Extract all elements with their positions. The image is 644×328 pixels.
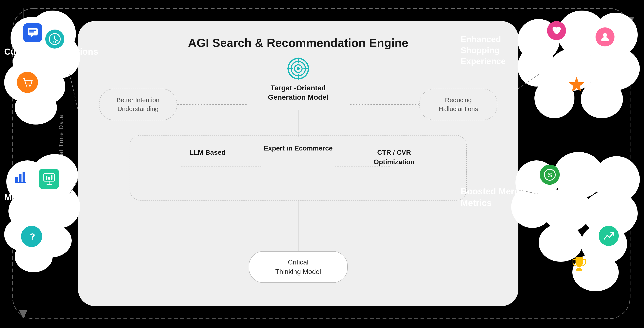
trophy-icon xyxy=(569,253,589,273)
svg-rect-21 xyxy=(29,30,36,31)
cart-icon xyxy=(17,72,38,93)
svg-rect-31 xyxy=(19,174,22,182)
target-icon xyxy=(286,57,310,80)
svg-marker-23 xyxy=(30,36,33,38)
svg-marker-42 xyxy=(569,77,584,92)
ctr-cvr: CTR / CVR Optimization xyxy=(357,148,431,167)
svg-rect-22 xyxy=(29,32,34,33)
shopping-experience-label: Enhanced Shopping Experience xyxy=(461,34,541,67)
star-icon xyxy=(566,74,587,95)
boosted-merchant-label: Boosted Merchant Metrics xyxy=(461,186,541,209)
chart-icon xyxy=(12,167,30,186)
intention-box: Better Intention Understanding xyxy=(99,89,177,120)
cloud-blob-7 xyxy=(15,91,57,124)
expert-ecommerce: Expert in Ecommerce xyxy=(258,143,338,153)
agi-engine-box: AGI Search & Recommendation Engine Bette… xyxy=(78,21,518,306)
svg-rect-30 xyxy=(16,177,18,182)
clock24-icon: 24 xyxy=(45,30,64,49)
llm-based: LLM Based xyxy=(176,148,239,157)
critical-thinking-box: Critical Thinking Model xyxy=(249,251,348,283)
customer-interactions-label: Customer Interactions xyxy=(4,46,98,57)
chat-icon xyxy=(23,23,42,42)
svg-rect-39 xyxy=(51,175,52,180)
svg-text:?: ? xyxy=(30,232,35,241)
dollar-circle-icon: $ xyxy=(540,165,560,185)
svg-rect-38 xyxy=(48,177,50,180)
agi-title: AGI Search & Recommendation Engine xyxy=(78,36,518,50)
svg-point-29 xyxy=(29,85,31,87)
heart-icon xyxy=(547,21,566,40)
svg-point-41 xyxy=(603,33,607,37)
svg-rect-32 xyxy=(22,172,25,182)
svg-point-8 xyxy=(297,67,300,70)
svg-text:$: $ xyxy=(548,171,552,179)
hallucinations-box: Reducing Halluclantions xyxy=(419,89,497,120)
question-icon: ? xyxy=(21,226,42,247)
merchant-data-label: Merchant Data xyxy=(4,192,65,203)
svg-rect-46 xyxy=(576,269,582,271)
target-model-section: Target -OrientedGeneration Model xyxy=(268,57,328,102)
svg-text:24: 24 xyxy=(53,41,56,44)
svg-point-28 xyxy=(26,85,28,87)
trending-up-icon xyxy=(599,226,619,246)
svg-rect-45 xyxy=(577,268,581,269)
presentation-icon xyxy=(39,169,59,189)
target-model-label: Target -OrientedGeneration Model xyxy=(268,83,328,102)
svg-rect-37 xyxy=(46,176,48,180)
hand-giving-icon xyxy=(596,28,614,46)
shopping-cloud-blob-7 xyxy=(581,80,623,118)
svg-line-26 xyxy=(55,39,57,41)
